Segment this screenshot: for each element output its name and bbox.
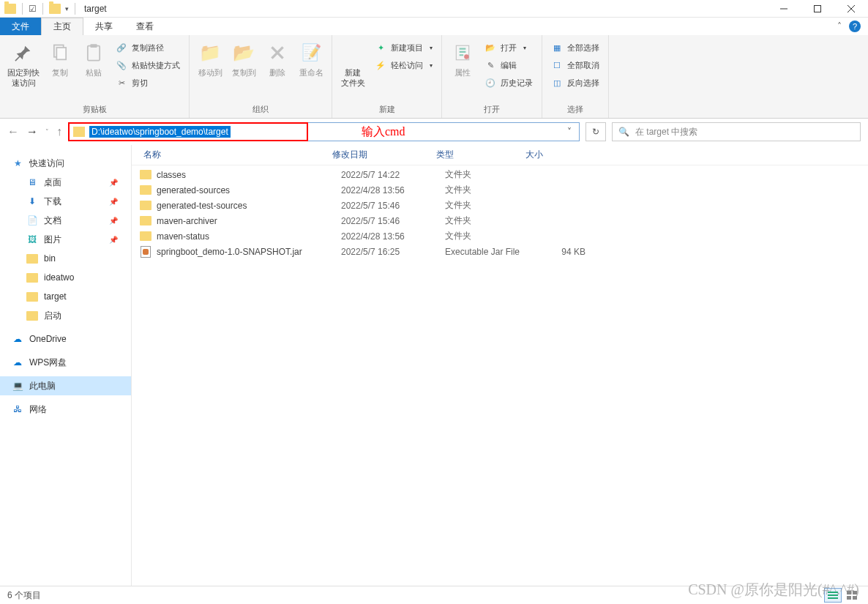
onedrive-label: OneDrive [29, 334, 67, 344]
sidebar-item[interactable]: 启动 [0, 306, 131, 325]
recent-button[interactable]: ˅ [45, 128, 49, 135]
column-headers: 名称 修改日期 类型 大小 [132, 145, 868, 165]
edit-button[interactable]: ✎编辑 [480, 57, 537, 73]
table-row[interactable]: springboot_demo-1.0-SNAPSHOT.jar2022/5/7… [132, 244, 868, 259]
table-row[interactable]: classes2022/5/7 14:22文件夹 [132, 167, 868, 182]
tab-home[interactable]: 主页 [41, 18, 83, 35]
checkbox-icon[interactable]: ☑ [29, 4, 37, 14]
copy-to-label: 复制到 [232, 67, 256, 78]
status-count: 6 个项目 [7, 589, 41, 602]
sidebar-quick-access[interactable]: ★快速访问 [0, 154, 131, 173]
navbar: ← → ˅ ↑ D:\ideatwo\springboot_demo\targe… [0, 119, 868, 145]
group-new-label: 新建 [379, 104, 395, 116]
table-row[interactable]: generated-test-sources2022/5/7 15:46文件夹 [132, 198, 868, 213]
select-none-button[interactable]: ☐全部取消 [547, 57, 604, 73]
sidebar-item-label: bin [44, 253, 56, 264]
address-path[interactable]: D:\ideatwo\springboot_demo\target [89, 126, 231, 138]
sidebar-item[interactable]: 🖥桌面📌 [0, 173, 131, 192]
copy-path-button[interactable]: 🔗复制路径 [111, 40, 184, 56]
annotation-text: 输入cmd [362, 124, 405, 140]
chevron-down-icon[interactable]: ▾ [65, 5, 69, 12]
col-name[interactable]: 名称 [139, 149, 328, 161]
refresh-button[interactable]: ↻ [585, 122, 606, 141]
forward-button[interactable]: → [26, 125, 38, 138]
back-button[interactable]: ← [7, 125, 19, 138]
tab-view[interactable]: 查看 [124, 18, 165, 35]
copy-button[interactable]: 复制 [44, 38, 76, 104]
close-button[interactable] [834, 0, 868, 18]
cut-button[interactable]: ✂剪切 [111, 75, 184, 91]
col-date[interactable]: 修改日期 [328, 149, 432, 161]
maximize-button[interactable] [801, 0, 834, 18]
svg-rect-16 [853, 591, 857, 594]
svg-rect-13 [828, 594, 838, 596]
svg-rect-12 [828, 592, 838, 593]
file-date: 2022/5/7 14:22 [341, 170, 445, 180]
up-button[interactable]: ↑ [56, 125, 62, 138]
sidebar-onedrive[interactable]: ☁OneDrive [0, 329, 131, 348]
address-dropdown-icon[interactable]: ˅ [560, 127, 579, 137]
history-label: 历史记录 [501, 78, 533, 89]
sidebar-this-pc[interactable]: 💻此电脑 [0, 376, 131, 395]
move-to-button[interactable]: 📁移动到 [194, 38, 226, 104]
icons-view-button[interactable] [843, 588, 861, 603]
sidebar-item[interactable]: ideatwo [0, 268, 131, 287]
search-input[interactable]: 🔍 在 target 中搜索 [612, 122, 861, 141]
folder-icon [4, 4, 16, 14]
copy-to-button[interactable]: 📂复制到 [228, 38, 260, 104]
details-view-button[interactable] [824, 588, 842, 603]
group-clipboard: 固定到快 速访问 复制 粘贴 🔗复制路径 📎粘贴快捷方式 ✂剪切 剪贴板 [0, 35, 190, 118]
new-folder-button[interactable]: 新建 文件夹 [337, 38, 369, 104]
sidebar-item[interactable]: target [0, 287, 131, 306]
pin-icon: 📌 [109, 198, 118, 206]
move-to-label: 移动到 [198, 67, 222, 78]
folder-icon[interactable] [49, 4, 61, 14]
sidebar-item-label: 桌面 [44, 176, 61, 189]
history-button[interactable]: 🕘历史记录 [480, 75, 537, 91]
folder-icon [139, 215, 152, 227]
sidebar-network[interactable]: 🖧网络 [0, 400, 131, 419]
svg-rect-1 [815, 5, 821, 12]
sidebar-item-label: ideatwo [44, 272, 74, 283]
minimize-button[interactable] [767, 0, 801, 18]
document-icon: 📄 [26, 215, 38, 226]
svg-rect-17 [847, 596, 851, 600]
sidebar-wps[interactable]: ☁WPS网盘 [0, 353, 131, 372]
ribbon-help: ˄ ? [837, 18, 868, 35]
file-name: maven-status [157, 231, 341, 242]
new-item-button[interactable]: ✦新建项目▾ [370, 40, 437, 56]
tab-share[interactable]: 共享 [83, 18, 124, 35]
address-bar[interactable]: D:\ideatwo\springboot_demo\target ˅ 输入cm… [68, 122, 580, 141]
invert-selection-button[interactable]: ◫反向选择 [547, 75, 604, 91]
edit-label: 编辑 [501, 60, 517, 71]
search-icon: 🔍 [618, 127, 629, 137]
sidebar-item-label: 启动 [44, 310, 61, 322]
col-size[interactable]: 大小 [521, 149, 580, 161]
copy-label: 复制 [52, 67, 68, 78]
sidebar-item[interactable]: ⬇下载📌 [0, 192, 131, 211]
open-button[interactable]: 📂打开▾ [480, 40, 537, 56]
collapse-ribbon-icon[interactable]: ˄ [837, 21, 842, 31]
separator [42, 3, 43, 15]
col-type[interactable]: 类型 [432, 149, 521, 161]
tab-file[interactable]: 文件 [0, 18, 41, 35]
delete-button[interactable]: 删除 [261, 38, 293, 104]
rename-button[interactable]: 📝重命名 [295, 38, 327, 104]
select-all-button[interactable]: ▦全部选择 [547, 40, 604, 56]
pin-button[interactable]: 固定到快 速访问 [4, 38, 42, 104]
help-icon[interactable]: ? [849, 20, 861, 32]
paste-shortcut-button[interactable]: 📎粘贴快捷方式 [111, 57, 184, 73]
sidebar-item[interactable]: bin [0, 249, 131, 268]
table-row[interactable]: maven-archiver2022/5/7 15:46文件夹 [132, 213, 868, 228]
table-row[interactable]: maven-status2022/4/28 13:56文件夹 [132, 228, 868, 244]
easy-access-button[interactable]: ⚡轻松访问▾ [370, 57, 437, 73]
sidebar-item[interactable]: 🖼图片📌 [0, 230, 131, 249]
folder-icon [139, 184, 152, 196]
paste-button[interactable]: 粘贴 [78, 38, 110, 104]
file-date: 2022/5/7 15:46 [341, 201, 445, 211]
table-row[interactable]: generated-sources2022/4/28 13:56文件夹 [132, 182, 868, 198]
sidebar-item[interactable]: 📄文档📌 [0, 211, 131, 230]
file-date: 2022/4/28 13:56 [341, 185, 445, 195]
properties-button[interactable]: 属性 [446, 38, 479, 104]
file-type: 文件夹 [445, 199, 534, 212]
